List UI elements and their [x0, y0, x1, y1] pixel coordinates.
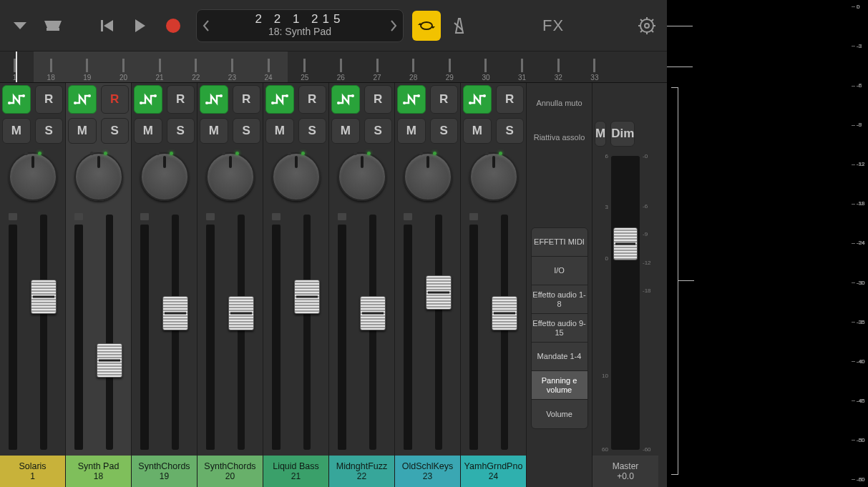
go-to-start-button[interactable]	[93, 11, 122, 40]
solo-button[interactable]: S	[167, 118, 195, 144]
pan-knob[interactable]	[9, 152, 57, 201]
mute-button[interactable]: M	[397, 118, 426, 144]
channel-label[interactable]: MidnghtFuzz22	[329, 456, 394, 487]
fader-track[interactable]	[106, 215, 113, 450]
input-monitor-button[interactable]	[331, 85, 360, 114]
master-fader-track[interactable]	[611, 156, 640, 450]
next-track-button[interactable]	[384, 9, 403, 42]
channel-label[interactable]: Synth Pad18	[66, 456, 131, 487]
mute-button[interactable]: M	[2, 118, 31, 144]
record-enable-button[interactable]: R	[233, 85, 261, 114]
fader-handle[interactable]	[360, 296, 386, 330]
pan-knob[interactable]	[272, 152, 321, 201]
undo-mute-button[interactable]: Annulla muto	[531, 87, 588, 119]
channel-label[interactable]: YamhGrndPno24	[461, 456, 526, 487]
svg-marker-2	[104, 20, 113, 31]
channel-label[interactable]: Solaris1	[0, 456, 65, 487]
input-monitor-button[interactable]	[265, 85, 294, 114]
solo-button[interactable]: S	[298, 118, 327, 144]
record-enable-button[interactable]: R	[298, 85, 327, 114]
level-meter	[140, 225, 149, 450]
solo-button[interactable]: S	[364, 118, 393, 144]
channel-label[interactable]: SynthChords19	[132, 456, 197, 487]
solo-button[interactable]: S	[233, 118, 261, 144]
fader-track[interactable]	[40, 215, 47, 450]
fader-handle[interactable]	[162, 296, 188, 330]
fader-track[interactable]	[435, 215, 442, 450]
fader-handle[interactable]	[294, 280, 320, 314]
master-mute-button[interactable]: M	[595, 121, 606, 147]
fader-handle[interactable]	[492, 296, 517, 330]
view-option-button[interactable]: Mandate 1-4	[532, 343, 587, 371]
fader-handle[interactable]	[97, 343, 122, 378]
svg-point-24	[271, 102, 274, 104]
pan-knob[interactable]	[404, 152, 452, 201]
ruler-tick: 27	[376, 59, 379, 82]
view-option-button[interactable]: Effetto audio 9-15	[532, 314, 587, 343]
solo-button[interactable]: S	[35, 118, 64, 144]
fader-track[interactable]	[369, 215, 376, 450]
fader-track[interactable]	[501, 215, 508, 450]
pan-knob[interactable]	[338, 152, 386, 201]
mute-button[interactable]: M	[265, 118, 294, 144]
view-option-button[interactable]: Volume	[532, 400, 587, 428]
cycle-button[interactable]	[412, 11, 441, 41]
input-monitor-button[interactable]	[463, 85, 492, 114]
fader-track[interactable]	[238, 215, 245, 450]
record-enable-button[interactable]: R	[430, 85, 459, 114]
channel-label[interactable]: Liquid Bass21	[263, 456, 328, 487]
record-enable-button[interactable]: R	[364, 85, 393, 114]
pan-knob[interactable]	[206, 152, 255, 201]
ruler-tick: 18	[50, 59, 52, 82]
solo-button[interactable]: S	[101, 118, 130, 144]
record-enable-button[interactable]: R	[101, 85, 130, 114]
view-option-button[interactable]: Panning e volume	[532, 371, 587, 400]
mute-button[interactable]: M	[200, 118, 228, 144]
view-option-button[interactable]: Effetto audio 1-8	[532, 285, 587, 314]
mute-button[interactable]: M	[134, 118, 162, 144]
fader-handle[interactable]	[426, 275, 452, 310]
svg-point-23	[220, 94, 223, 97]
record-button[interactable]	[159, 11, 187, 40]
reenable-solo-button[interactable]: Riattiva assolo	[531, 122, 588, 153]
master-fader-handle[interactable]	[613, 227, 638, 260]
ruler-tick: 24	[268, 59, 270, 82]
pan-knob[interactable]	[74, 152, 123, 201]
inbox-icon[interactable]	[39, 11, 67, 40]
view-option-button[interactable]: I/O	[532, 257, 587, 285]
master-channel: M Dim 6301060 -0-6-9-12-18-60 Master +0.…	[593, 83, 658, 487]
playhead[interactable]	[16, 51, 17, 82]
record-enable-button[interactable]: R	[496, 85, 525, 114]
input-monitor-button[interactable]	[68, 85, 97, 114]
fader-handle[interactable]	[228, 296, 254, 330]
view-option-button[interactable]: EFFETTI MIDI	[532, 228, 587, 257]
pan-knob[interactable]	[140, 152, 189, 201]
input-monitor-button[interactable]	[397, 85, 426, 114]
level-meter	[9, 225, 17, 450]
pan-knob[interactable]	[469, 152, 518, 201]
prev-track-button[interactable]	[197, 9, 215, 42]
mute-button[interactable]: M	[331, 118, 360, 144]
mute-button[interactable]: M	[68, 118, 97, 144]
fx-label[interactable]: FX	[542, 16, 564, 35]
metronome-button[interactable]	[445, 11, 474, 40]
master-dim-button[interactable]: Dim	[610, 121, 635, 147]
solo-button[interactable]: S	[496, 118, 525, 144]
view-menu-button[interactable]	[6, 11, 34, 40]
channel-strip: RMS0-3-6-9-12-18-24-30-35-40-45-50-60Syn…	[132, 83, 198, 487]
mute-button[interactable]: M	[463, 118, 492, 144]
channel-label[interactable]: SynthChords20	[198, 456, 263, 487]
channel-label[interactable]: OldSchlKeys23	[395, 456, 460, 487]
input-monitor-button[interactable]	[2, 85, 31, 114]
record-enable-button[interactable]: R	[35, 85, 64, 114]
play-button[interactable]	[126, 11, 155, 40]
fader-track[interactable]	[172, 215, 179, 450]
input-monitor-button[interactable]	[134, 85, 162, 114]
solo-button[interactable]: S	[430, 118, 459, 144]
fader-track[interactable]	[303, 215, 311, 450]
fader-handle[interactable]	[31, 280, 57, 314]
ruler[interactable]: 118192021222324252627282930313233	[0, 51, 667, 83]
settings-gear-icon[interactable]	[633, 11, 661, 40]
input-monitor-button[interactable]	[200, 85, 228, 114]
record-enable-button[interactable]: R	[167, 85, 195, 114]
